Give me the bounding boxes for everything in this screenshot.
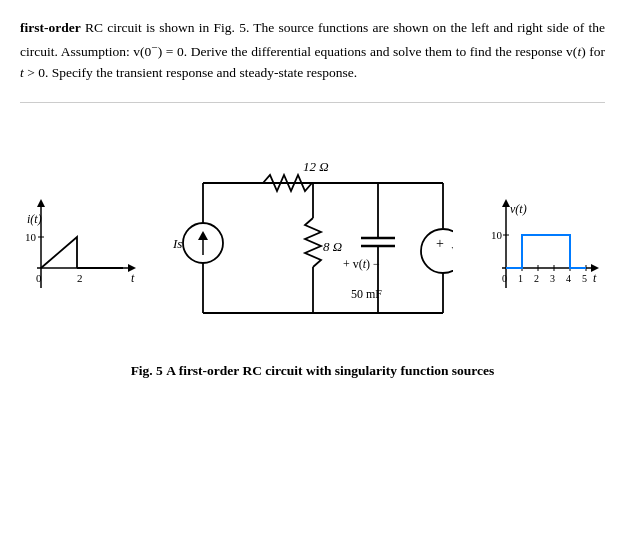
svg-text:5: 5 (582, 273, 587, 284)
figure-caption: Fig. 5 A first-order RC circuit with sin… (131, 363, 495, 379)
right-source-graph: v(t) t 10 0 1 2 3 4 5 (488, 193, 603, 323)
svg-text:+ v(t) −: + v(t) − (343, 257, 380, 271)
svg-text:0: 0 (502, 273, 507, 284)
left-source-graph: i(t) t 10 0 2 (23, 193, 143, 323)
figure-area: i(t) t 10 0 2 (20, 133, 605, 379)
circuit-diagram: i(t) t 10 0 2 (23, 133, 603, 353)
svg-text:Vs: Vs (451, 243, 453, 258)
svg-text:50 mF: 50 mF (351, 287, 382, 301)
svg-marker-22 (198, 231, 208, 240)
svg-text:1: 1 (518, 273, 523, 284)
svg-text:2: 2 (534, 273, 539, 284)
circuit-main: 12 Ω 8 Ω Is (143, 153, 453, 333)
svg-text:+: + (436, 236, 444, 251)
svg-text:t: t (131, 271, 135, 285)
svg-text:4: 4 (566, 273, 571, 284)
svg-text:v(t): v(t) (510, 202, 527, 216)
problem-text: first-order RC circuit is shown in Fig. … (20, 18, 605, 84)
svg-text:3: 3 (550, 273, 555, 284)
divider (20, 102, 605, 103)
svg-text:t: t (593, 271, 597, 285)
svg-text:10: 10 (25, 231, 37, 243)
svg-text:12 Ω: 12 Ω (303, 159, 329, 174)
svg-marker-37 (502, 199, 510, 207)
svg-text:2: 2 (77, 272, 83, 284)
svg-text:Is: Is (172, 236, 182, 251)
svg-marker-2 (37, 199, 45, 207)
svg-text:i(t): i(t) (27, 212, 42, 226)
svg-text:0: 0 (36, 272, 42, 284)
svg-text:10: 10 (491, 229, 503, 241)
svg-text:8 Ω: 8 Ω (323, 239, 342, 254)
